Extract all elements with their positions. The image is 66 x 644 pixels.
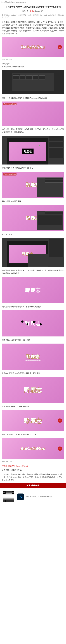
- panel[interactable]: [49, 239, 63, 244]
- canvas-area[interactable]: 野鹿志 ↘: [7, 138, 48, 164]
- qr-code[interactable]: [2, 490, 15, 503]
- selected-text: 野鹿志: [26, 354, 40, 359]
- screenshot-new-dialog: [2, 70, 64, 94]
- final-result-en: BaKaYaRou 志: [2, 438, 64, 459]
- panel[interactable]: [49, 142, 63, 147]
- layer-style-dialog[interactable]: [37, 178, 63, 197]
- panel[interactable]: [49, 136, 63, 142]
- footer-p1: 本文由 "野鹿志" hotoshop教程论坛: [0, 463, 66, 469]
- preset-item[interactable]: [26, 76, 32, 80]
- panels[interactable]: [48, 136, 64, 164]
- tutorial-badge: Photoshop教程论坛: [3, 103, 17, 106]
- selection-marquee: 野鹿志: [25, 352, 41, 360]
- style-label: [38, 212, 44, 213]
- options-bar[interactable]: [7, 136, 48, 138]
- step-11-text: 最后我们再把图片导出来看看效果吧：: [0, 404, 66, 409]
- style-input[interactable]: [45, 181, 63, 182]
- style-label: [38, 181, 44, 182]
- qr-section: Ps 长按二维码 即刻关注 Photoshop教程论坛: [0, 488, 66, 505]
- meta-label: 教程作者：: [22, 10, 30, 12]
- cow-spot: [21, 320, 23, 322]
- step-7-text: 字体调整其实到这里就差不多了，接下来我们使用套索工具，按住shift键多选一些不…: [0, 268, 66, 276]
- screenshot-type-text: 野鹿志 ↘: [2, 136, 64, 164]
- screenshot-gradient: Photoshop教程论坛: [2, 102, 64, 126]
- qr-label: 长按二维码 即刻关注 Photoshop教程论坛: [26, 496, 52, 498]
- stamp-icon: 志: [58, 446, 62, 451]
- step-4-text: 接下来加图层-图层样式，给文字加阴影：: [0, 165, 66, 171]
- toolbar[interactable]: [2, 238, 7, 267]
- style-input[interactable]: [45, 213, 63, 214]
- new-doc-dialog: [12, 73, 54, 91]
- preset-item[interactable]: [20, 76, 25, 80]
- preset-item[interactable]: [13, 76, 19, 80]
- follow-banner: 关注支持我们吧: [0, 483, 66, 488]
- dialog-tab[interactable]: [15, 74, 18, 75]
- article-title: 【可爱字】可爱字，用PS制作萌萌哒"好吃"的奶牛效果字体: [0, 4, 66, 10]
- final-result-cn: 野鹿志 志: [2, 410, 64, 431]
- style-label: [38, 213, 44, 214]
- footer-p2: 欢迎分享，转载请注明出处: [0, 469, 66, 473]
- style-input[interactable]: [45, 212, 63, 213]
- author-name[interactable]: 野鹿志: [30, 10, 35, 12]
- screenshot-load-selection: 野鹿志: [2, 344, 64, 370]
- screenshot-shadow: 野鹿志 Photoshop教程论坛: [2, 172, 64, 198]
- article-meta: 教程作者： 野鹿志 出自：公众号: [0, 10, 66, 13]
- step-9-text: 接着再按ctrl点击文字图层，载入选区：: [0, 337, 66, 343]
- style-label: [38, 180, 44, 181]
- stamp-icon: 志: [58, 45, 62, 49]
- meta-source: 出自：公众号: [35, 10, 44, 12]
- style-input[interactable]: [45, 180, 63, 181]
- canvas-area[interactable]: 野鹿志: [7, 241, 48, 267]
- step-1-text: 操作步骤： 首先打开ps，新建一个图层：: [0, 61, 66, 70]
- hero-text: BaKaYaRou: [21, 44, 45, 50]
- screenshot-copy-layer: 野鹿志: [2, 377, 64, 403]
- arrow-icon: ↘: [38, 144, 40, 147]
- curve-graph[interactable]: [38, 216, 62, 224]
- ps-logo-icon: Ps: [17, 494, 24, 500]
- watermark-1: www.16xx8.com: [0, 58, 66, 61]
- style-label: [38, 178, 44, 180]
- toolbar[interactable]: [2, 136, 7, 164]
- step-5-text: 再给文字添加斜面和浮雕：: [0, 198, 66, 204]
- final-cn-text: 野鹿志: [24, 416, 42, 425]
- paragraph-intro: @野鹿志：本篇教程通过PS制作一款萌萌哒 "好吃" 的奶牛效果字体，整个教程来说…: [0, 20, 66, 36]
- panels[interactable]: [48, 238, 64, 267]
- layers-panel[interactable]: [49, 244, 63, 257]
- watermark-2: www.16xx8.com: [0, 460, 66, 463]
- hero-preview: BaKaYaRou 志: [2, 37, 64, 57]
- tutorial-badge: Photoshop教程论坛: [3, 173, 17, 176]
- final-en-text: BaKaYaRou: [20, 445, 46, 452]
- screenshot-stroke: 野鹿志: [2, 238, 64, 267]
- dialog-tab[interactable]: [13, 74, 15, 75]
- step-10-text: 最后ctrl+j复制载入选区的图层，再将上一层隐藏掉：: [0, 370, 66, 376]
- layers-panel[interactable]: [49, 148, 63, 158]
- curve-panel[interactable]: [38, 215, 63, 229]
- style-input[interactable]: [45, 178, 63, 180]
- step-12-text: 另外，这种奶牛字体其实最适合的是英文字体：: [0, 432, 66, 437]
- step-8-text: 选择完以后新建一个透明图层，将选区填充为黑色：: [0, 304, 66, 310]
- site-header: 学PS就到PS教程论坛 (bbs.16xx8.com)！: [0, 0, 66, 4]
- preset-item[interactable]: [39, 76, 45, 80]
- footer-p3: 一起做作，你也会成为PS大神，需要练习素材的同学们可以搜索所用字体去下载一下，制…: [0, 473, 66, 483]
- final-text: 野鹿志: [24, 385, 42, 394]
- outline-text: 野鹿志: [25, 286, 41, 294]
- screenshot-fill-black: 野鹿志: [2, 310, 64, 336]
- stamp-icon: 志: [58, 418, 62, 423]
- options-bar[interactable]: [7, 238, 48, 241]
- typed-text: 野鹿志: [22, 148, 34, 154]
- layer-style-dialog[interactable]: [28, 254, 48, 267]
- screenshot-bevel: 野鹿志: [2, 205, 64, 231]
- white-text: 野鹿志: [25, 319, 41, 327]
- dialog-tab[interactable]: [18, 74, 20, 75]
- screenshot-lasso: 野鹿志: [2, 277, 64, 303]
- step-2-text: 添加一个渐变图层，选两个颜色相近的bulinbulin淡紫色就好：: [0, 95, 66, 101]
- step-3-text: 输入文字，建议大家选择萌一点的字体哦！我用的是方正喵呜体，颜色白色，然后右键鼠标…: [0, 126, 66, 135]
- preset-item[interactable]: [32, 76, 38, 80]
- step-6-text: 再给文字描边：: [0, 232, 66, 237]
- intro-small: 野鹿志微信公，othouJ，本篇教程通过PS制作一款萌萌哒。No，thank y…: [0, 13, 66, 20]
- layer-style-dialog[interactable]: [37, 211, 63, 230]
